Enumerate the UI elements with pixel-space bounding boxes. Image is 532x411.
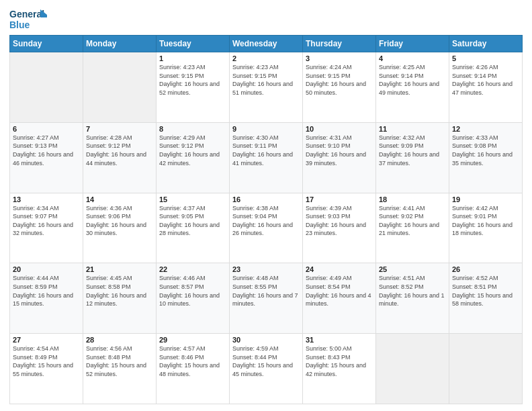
weekday-header: Monday	[83, 36, 157, 52]
calendar-cell: 22Sunrise: 4:46 AM Sunset: 8:57 PM Dayli…	[157, 263, 230, 334]
day-number: 25	[379, 265, 446, 273]
day-info: Sunrise: 4:45 AM Sunset: 8:58 PM Dayligh…	[86, 274, 153, 308]
calendar-cell: 6Sunrise: 4:27 AM Sunset: 9:13 PM Daylig…	[10, 122, 83, 193]
calendar-cell: 3Sunrise: 4:24 AM Sunset: 9:15 PM Daylig…	[303, 52, 376, 123]
weekday-header: Friday	[376, 36, 449, 52]
calendar-cell: 15Sunrise: 4:37 AM Sunset: 9:05 PM Dayli…	[157, 193, 230, 263]
day-info: Sunrise: 4:37 AM Sunset: 9:05 PM Dayligh…	[159, 204, 226, 238]
day-number: 27	[13, 336, 80, 344]
day-info: Sunrise: 4:25 AM Sunset: 9:14 PM Dayligh…	[379, 63, 446, 97]
day-number: 14	[86, 195, 153, 203]
day-info: Sunrise: 4:24 AM Sunset: 9:15 PM Dayligh…	[306, 63, 373, 97]
calendar-cell: 2Sunrise: 4:23 AM Sunset: 9:15 PM Daylig…	[230, 52, 303, 123]
day-number: 8	[159, 125, 226, 133]
calendar-cell: 24Sunrise: 4:49 AM Sunset: 8:54 PM Dayli…	[303, 263, 376, 334]
day-info: Sunrise: 4:39 AM Sunset: 9:03 PM Dayligh…	[306, 204, 373, 238]
day-info: Sunrise: 4:57 AM Sunset: 8:46 PM Dayligh…	[159, 345, 226, 378]
day-number: 26	[452, 265, 519, 273]
day-number: 12	[452, 125, 519, 133]
day-info: Sunrise: 4:26 AM Sunset: 9:14 PM Dayligh…	[452, 63, 519, 97]
page-header: GeneralBlue	[9, 7, 523, 31]
day-info: Sunrise: 5:00 AM Sunset: 8:43 PM Dayligh…	[306, 345, 373, 378]
day-info: Sunrise: 4:48 AM Sunset: 8:55 PM Dayligh…	[232, 274, 300, 308]
calendar-cell: 18Sunrise: 4:41 AM Sunset: 9:02 PM Dayli…	[376, 193, 449, 263]
day-number: 13	[13, 195, 80, 203]
day-info: Sunrise: 4:38 AM Sunset: 9:04 PM Dayligh…	[232, 204, 300, 238]
day-number: 24	[306, 265, 373, 273]
day-number: 23	[232, 265, 300, 273]
day-number: 21	[86, 265, 153, 273]
day-info: Sunrise: 4:28 AM Sunset: 9:12 PM Dayligh…	[86, 134, 153, 167]
calendar-cell: 4Sunrise: 4:25 AM Sunset: 9:14 PM Daylig…	[376, 52, 449, 123]
calendar-cell: 19Sunrise: 4:42 AM Sunset: 9:01 PM Dayli…	[449, 193, 523, 263]
calendar-table: SundayMondayTuesdayWednesdayThursdayFrid…	[9, 35, 523, 404]
weekday-header: Wednesday	[230, 36, 303, 52]
calendar-cell: 20Sunrise: 4:44 AM Sunset: 8:59 PM Dayli…	[10, 263, 83, 334]
calendar-cell: 31Sunrise: 5:00 AM Sunset: 8:43 PM Dayli…	[303, 334, 376, 404]
day-info: Sunrise: 4:52 AM Sunset: 8:51 PM Dayligh…	[452, 274, 519, 308]
weekday-header: Saturday	[449, 36, 523, 52]
calendar-cell: 26Sunrise: 4:52 AM Sunset: 8:51 PM Dayli…	[449, 263, 523, 334]
day-number: 5	[452, 54, 519, 62]
day-number: 22	[159, 265, 226, 273]
calendar-header: SundayMondayTuesdayWednesdayThursdayFrid…	[10, 36, 523, 52]
day-info: Sunrise: 4:33 AM Sunset: 9:08 PM Dayligh…	[452, 134, 519, 167]
day-number: 9	[232, 125, 300, 133]
calendar-cell: 29Sunrise: 4:57 AM Sunset: 8:46 PM Dayli…	[157, 334, 230, 404]
calendar-cell	[10, 52, 83, 123]
calendar-cell: 11Sunrise: 4:32 AM Sunset: 9:09 PM Dayli…	[376, 122, 449, 193]
day-number: 16	[232, 195, 300, 203]
day-number: 20	[13, 265, 80, 273]
day-number: 4	[379, 54, 446, 62]
day-info: Sunrise: 4:31 AM Sunset: 9:10 PM Dayligh…	[306, 134, 373, 167]
day-number: 15	[159, 195, 226, 203]
calendar-cell: 8Sunrise: 4:29 AM Sunset: 9:12 PM Daylig…	[157, 122, 230, 193]
day-number: 1	[159, 54, 226, 62]
weekday-header: Sunday	[10, 36, 83, 52]
day-info: Sunrise: 4:36 AM Sunset: 9:06 PM Dayligh…	[86, 204, 153, 238]
svg-text:Blue: Blue	[9, 19, 30, 30]
day-info: Sunrise: 4:34 AM Sunset: 9:07 PM Dayligh…	[13, 204, 80, 238]
calendar-cell: 13Sunrise: 4:34 AM Sunset: 9:07 PM Dayli…	[10, 193, 83, 263]
logo: GeneralBlue	[9, 7, 48, 31]
calendar-cell	[449, 334, 523, 404]
calendar-cell: 14Sunrise: 4:36 AM Sunset: 9:06 PM Dayli…	[83, 193, 157, 263]
day-info: Sunrise: 4:59 AM Sunset: 8:44 PM Dayligh…	[232, 345, 300, 378]
day-number: 7	[86, 125, 153, 133]
day-number: 31	[306, 336, 373, 344]
day-number: 11	[379, 125, 446, 133]
day-info: Sunrise: 4:46 AM Sunset: 8:57 PM Dayligh…	[159, 274, 226, 308]
day-info: Sunrise: 4:56 AM Sunset: 8:48 PM Dayligh…	[86, 345, 153, 378]
calendar-cell: 10Sunrise: 4:31 AM Sunset: 9:10 PM Dayli…	[303, 122, 376, 193]
day-number: 18	[379, 195, 446, 203]
calendar-cell: 28Sunrise: 4:56 AM Sunset: 8:48 PM Dayli…	[83, 334, 157, 404]
calendar-cell: 16Sunrise: 4:38 AM Sunset: 9:04 PM Dayli…	[230, 193, 303, 263]
day-number: 29	[159, 336, 226, 344]
calendar-cell: 30Sunrise: 4:59 AM Sunset: 8:44 PM Dayli…	[230, 334, 303, 404]
weekday-header: Tuesday	[157, 36, 230, 52]
day-info: Sunrise: 4:23 AM Sunset: 9:15 PM Dayligh…	[232, 63, 300, 97]
day-info: Sunrise: 4:23 AM Sunset: 9:15 PM Dayligh…	[159, 63, 226, 97]
calendar-cell	[376, 334, 449, 404]
calendar-cell: 17Sunrise: 4:39 AM Sunset: 9:03 PM Dayli…	[303, 193, 376, 263]
day-number: 3	[306, 54, 373, 62]
day-number: 30	[232, 336, 300, 344]
day-number: 10	[306, 125, 373, 133]
calendar-cell: 12Sunrise: 4:33 AM Sunset: 9:08 PM Dayli…	[449, 122, 523, 193]
day-info: Sunrise: 4:44 AM Sunset: 8:59 PM Dayligh…	[13, 274, 80, 308]
day-number: 19	[452, 195, 519, 203]
day-number: 17	[306, 195, 373, 203]
day-info: Sunrise: 4:54 AM Sunset: 8:49 PM Dayligh…	[13, 345, 80, 378]
calendar-cell: 9Sunrise: 4:30 AM Sunset: 9:11 PM Daylig…	[230, 122, 303, 193]
weekday-header: Thursday	[303, 36, 376, 52]
calendar-cell: 21Sunrise: 4:45 AM Sunset: 8:58 PM Dayli…	[83, 263, 157, 334]
day-info: Sunrise: 4:41 AM Sunset: 9:02 PM Dayligh…	[379, 204, 446, 238]
calendar-cell	[83, 52, 157, 123]
day-number: 28	[86, 336, 153, 344]
calendar-cell: 5Sunrise: 4:26 AM Sunset: 9:14 PM Daylig…	[449, 52, 523, 123]
day-info: Sunrise: 4:32 AM Sunset: 9:09 PM Dayligh…	[379, 134, 446, 167]
svg-text:General: General	[9, 9, 44, 19]
calendar-cell: 27Sunrise: 4:54 AM Sunset: 8:49 PM Dayli…	[10, 334, 83, 404]
day-info: Sunrise: 4:49 AM Sunset: 8:54 PM Dayligh…	[306, 274, 373, 308]
calendar-cell: 23Sunrise: 4:48 AM Sunset: 8:55 PM Dayli…	[230, 263, 303, 334]
